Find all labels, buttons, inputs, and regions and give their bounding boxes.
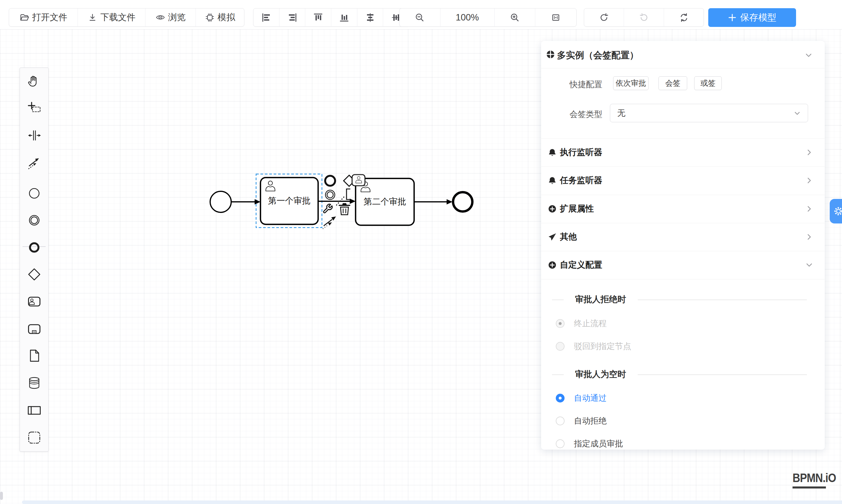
redo-icon xyxy=(638,12,649,23)
section-task-listener[interactable]: 任务监听器 xyxy=(541,166,825,195)
section-execution-listener[interactable]: 执行监听器 xyxy=(541,138,825,166)
gateway-icon xyxy=(28,268,41,281)
preview-button[interactable]: 浏览 xyxy=(145,8,196,26)
create-start-event[interactable] xyxy=(28,187,41,200)
multi-instance-icon xyxy=(545,50,556,59)
create-user-task[interactable] xyxy=(28,295,41,308)
quick-option-sequential[interactable]: 依次审批 xyxy=(613,76,649,90)
download-file-label: 下载文件 xyxy=(100,12,136,23)
chevron-down-icon[interactable] xyxy=(805,52,812,59)
align-center-button[interactable] xyxy=(357,8,383,26)
radio-auto-pass[interactable]: 自动通过 xyxy=(556,392,813,404)
align-bottom-button[interactable] xyxy=(331,8,357,26)
vertical-scrollbar-thumb[interactable] xyxy=(0,492,3,500)
sign-type-select[interactable]: 无 xyxy=(610,104,808,122)
end-event-icon xyxy=(28,241,41,254)
create-end-event[interactable] xyxy=(28,241,41,254)
empty-group-divider: 审批人为空时 xyxy=(541,370,825,379)
settings-tab[interactable] xyxy=(830,199,842,223)
zoom-in-icon xyxy=(510,13,520,22)
global-connect-tool[interactable] xyxy=(28,156,41,170)
radio-label: 自动拒绝 xyxy=(574,415,607,427)
horizontal-scrollbar[interactable] xyxy=(22,501,842,504)
open-file-label: 打开文件 xyxy=(32,12,67,23)
task-second-label[interactable]: 第二个审批 xyxy=(355,178,414,225)
section-label: 自定义配置 xyxy=(560,259,602,271)
bpmn-io-logo[interactable]: BPMN.iO xyxy=(792,471,842,488)
create-gateway[interactable] xyxy=(28,268,41,281)
section-label: 任务监听器 xyxy=(560,175,602,186)
section-extended-properties[interactable]: 扩展属性 xyxy=(541,195,825,223)
redo-button[interactable] xyxy=(624,8,664,26)
undo-icon xyxy=(599,12,609,23)
radio-terminate[interactable]: 终止流程 xyxy=(556,317,813,330)
radio-rollback[interactable]: 驳回到指定节点 xyxy=(556,340,813,353)
section-label: 执行监听器 xyxy=(560,147,602,158)
task-first-label[interactable]: 第一个审批 xyxy=(261,178,318,224)
align-left-button[interactable] xyxy=(253,8,280,26)
divider xyxy=(541,279,825,280)
align-top-button[interactable] xyxy=(305,8,331,26)
properties-panel: 多实例（会签配置） 快捷配置 依次审批 会签 或签 会签类型 无 执行监听器 任… xyxy=(541,41,825,450)
align-right-icon xyxy=(287,13,297,22)
section-custom-config[interactable]: 自定义配置 xyxy=(541,251,825,279)
quick-option-orsign[interactable]: 或签 xyxy=(694,76,722,90)
download-icon xyxy=(88,13,98,22)
empty-group-title: 审批人为空时 xyxy=(575,368,626,380)
quick-option-countersign[interactable]: 会签 xyxy=(659,76,687,90)
radio-label: 驳回到指定节点 xyxy=(574,341,631,352)
create-intermediate-event[interactable] xyxy=(28,214,41,227)
download-file-button[interactable]: 下载文件 xyxy=(78,8,145,26)
plus-icon xyxy=(728,13,737,22)
create-subprocess[interactable] xyxy=(28,322,41,336)
open-file-button[interactable]: 打开文件 xyxy=(9,8,78,26)
create-data-store[interactable] xyxy=(28,376,41,390)
section-other[interactable]: 其他 xyxy=(541,223,825,251)
align-right-button[interactable] xyxy=(280,8,305,26)
radio-auto-reject[interactable]: 自动拒绝 xyxy=(556,414,813,427)
align-center-icon xyxy=(365,13,375,22)
refresh-button[interactable] xyxy=(664,8,704,26)
connect-icon xyxy=(28,156,41,170)
zoom-out-icon xyxy=(415,13,425,22)
simulate-button[interactable]: 模拟 xyxy=(196,8,244,26)
chevron-right-icon xyxy=(805,177,813,184)
radio-assign-member[interactable]: 指定成员审批 xyxy=(556,437,813,450)
divider xyxy=(541,68,825,69)
preview-label: 浏览 xyxy=(168,12,186,23)
send-icon xyxy=(548,232,557,241)
space-tool-icon xyxy=(28,129,41,142)
hand-icon xyxy=(28,75,41,88)
undo-button[interactable] xyxy=(584,8,624,26)
bpmn-io-logo-text: BPMN.iO xyxy=(792,471,836,485)
chevron-down-icon xyxy=(794,110,801,117)
panel-title: 多实例（会签配置） xyxy=(557,49,638,61)
start-event-icon xyxy=(28,187,41,200)
section-label: 其他 xyxy=(560,231,577,243)
data-object-icon xyxy=(28,349,41,362)
radio-label: 终止流程 xyxy=(574,318,607,329)
zoom-out-button[interactable] xyxy=(400,8,440,26)
intermediate-event-icon xyxy=(28,214,41,227)
subprocess-icon xyxy=(28,322,41,336)
bell-icon xyxy=(548,148,557,157)
bell-icon xyxy=(548,176,557,185)
fit-viewport-button[interactable] xyxy=(535,8,576,26)
lasso-tool[interactable] xyxy=(28,102,41,115)
save-model-label: 保存模型 xyxy=(740,12,776,24)
zoom-level[interactable]: 100% xyxy=(440,8,495,26)
simulate-label: 模拟 xyxy=(218,12,235,23)
hand-tool[interactable] xyxy=(28,75,41,88)
space-tool[interactable] xyxy=(28,129,41,142)
chevron-down-icon xyxy=(805,261,813,269)
create-participant[interactable] xyxy=(28,404,41,417)
shape-palette xyxy=(20,68,49,452)
create-data-object[interactable] xyxy=(28,349,41,362)
zoom-in-button[interactable] xyxy=(495,8,536,26)
align-left-icon xyxy=(261,13,271,22)
radio-label: 自动通过 xyxy=(574,393,607,404)
fit-viewport-icon xyxy=(551,13,561,22)
save-model-button[interactable]: 保存模型 xyxy=(708,8,796,27)
create-group[interactable] xyxy=(28,431,41,444)
toolbar-align-group xyxy=(253,8,409,26)
